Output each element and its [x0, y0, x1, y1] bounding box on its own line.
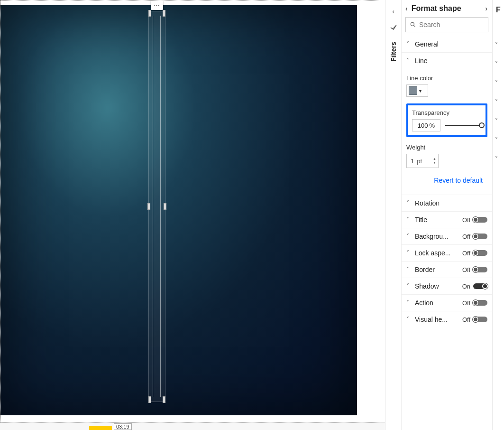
section-lock-aspect[interactable]: ˅Lock aspe... Off	[402, 244, 492, 261]
line-color-picker[interactable]: ▾	[406, 84, 428, 97]
chevron-down-icon[interactable]: ˅	[495, 99, 498, 105]
transparency-unit: %	[430, 122, 435, 129]
resize-handle[interactable]	[148, 396, 151, 403]
weight-input[interactable]: 1 pt ▲ ▼	[406, 154, 439, 168]
page-footer-strip: 03:19	[0, 422, 385, 430]
section-label: Action	[415, 299, 433, 307]
transparency-slider[interactable]	[445, 122, 482, 129]
section-label: Rotation	[415, 199, 440, 207]
panel-nav-prev-icon[interactable]: ‹	[403, 4, 410, 13]
toggle-state-text: Off	[462, 250, 470, 257]
bookmark-icon[interactable]	[390, 24, 397, 33]
dropdown-caret-icon: ▾	[419, 88, 422, 93]
title-toggle[interactable]: Off	[462, 216, 487, 224]
filters-panel-label[interactable]: Filters	[390, 42, 397, 62]
lock-aspect-toggle[interactable]: Off	[462, 250, 487, 257]
transparency-value-input[interactable]: 100 %	[412, 119, 440, 131]
resize-handle[interactable]	[148, 10, 151, 17]
cutoff-panel-title-partial: F	[493, 6, 501, 14]
canvas-dotted-bounds: ⋯	[0, 0, 380, 422]
toggle-state-text: Off	[462, 316, 470, 323]
resize-handle[interactable]	[164, 203, 166, 210]
chevron-down-icon[interactable]: ˅	[495, 118, 498, 124]
shape-line-segment	[153, 16, 153, 397]
section-general[interactable]: ˅General	[402, 36, 492, 52]
toggle-state-text: Off	[462, 233, 470, 240]
timeline-time-box[interactable]: 03:19	[114, 423, 132, 430]
revert-to-default-link[interactable]: Revert to default	[406, 168, 487, 190]
transparency-value: 100	[418, 122, 428, 129]
chevron-down-icon: ˅	[406, 216, 412, 223]
line-color-label: Line color	[406, 75, 487, 82]
selected-line-shape[interactable]: ⋯	[148, 11, 165, 402]
transparency-label: Transparency	[412, 109, 482, 116]
section-label: Backgrou...	[415, 233, 449, 240]
toggle-state-text: Off	[462, 266, 470, 273]
section-line-content: Line color ▾ Transparency 100 %	[402, 69, 492, 195]
toggle-state-text: Off	[462, 216, 470, 224]
section-label: Visual he...	[415, 316, 448, 323]
section-label: General	[415, 40, 439, 48]
border-toggle[interactable]: Off	[462, 266, 487, 273]
chevron-down-icon[interactable]: ˅	[495, 42, 498, 48]
section-label: Lock aspe...	[415, 249, 451, 257]
chevron-down-icon[interactable]: ˅	[495, 80, 498, 86]
stepper-up-icon[interactable]: ▲	[433, 157, 436, 161]
section-label: Title	[415, 216, 427, 224]
toggle-state-text: On	[462, 283, 470, 290]
weight-label: Weight	[406, 144, 487, 151]
chevron-down-icon: ˅	[406, 266, 412, 273]
chevron-down-icon: ˅	[406, 233, 412, 240]
chevron-down-icon: ˅	[406, 316, 412, 323]
color-swatch-preview	[409, 86, 417, 95]
format-search-input[interactable]	[405, 17, 488, 32]
format-shape-panel: ‹ Format shape › ˅General ˄Line Line col…	[402, 0, 493, 430]
chevron-down-icon[interactable]: ˅	[495, 137, 498, 143]
slider-track	[445, 125, 482, 126]
section-title[interactable]: ˅Title Off	[402, 211, 492, 228]
chevron-down-icon[interactable]: ˅	[495, 61, 498, 67]
chevron-down-icon: ˅	[406, 299, 412, 306]
chevron-down-icon: ˅	[406, 283, 412, 290]
filters-collapsed-panel[interactable]: ‹ Filters	[385, 0, 402, 430]
chevron-up-icon: ˄	[406, 57, 412, 64]
panel-nav-next-icon[interactable]: ›	[483, 4, 489, 13]
section-label: Line	[415, 57, 427, 65]
background-toggle[interactable]: Off	[462, 233, 487, 240]
svg-point-0	[411, 22, 414, 26]
right-cutoff-panel: F ˅ ˅ ˅ ˅ ˅ ˅ ˅	[493, 0, 504, 430]
weight-value: 1	[411, 158, 414, 165]
section-action[interactable]: ˅Action Off	[402, 294, 492, 311]
resize-handle[interactable]	[163, 396, 165, 403]
chevron-down-icon[interactable]: ˅	[495, 156, 498, 162]
panel-title: Format shape	[410, 4, 484, 13]
search-icon	[410, 21, 416, 28]
shadow-toggle[interactable]: On	[462, 283, 487, 290]
visual-header-toggle[interactable]: Off	[462, 316, 487, 323]
resize-handle[interactable]	[163, 10, 165, 17]
action-toggle[interactable]: Off	[462, 299, 487, 307]
timeline-marker[interactable]	[89, 426, 112, 430]
chevron-down-icon: ˅	[406, 250, 412, 256]
section-background[interactable]: ˅Backgrou... Off	[402, 228, 492, 244]
weight-stepper[interactable]: ▲ ▼	[433, 157, 436, 165]
section-label: Shadow	[415, 282, 439, 290]
resize-handle[interactable]	[147, 203, 150, 210]
visual-more-options-button[interactable]: ⋯	[151, 0, 163, 10]
section-rotation[interactable]: ˅Rotation	[402, 195, 492, 211]
selection-bounding-box	[148, 11, 165, 402]
section-line[interactable]: ˄Line	[402, 52, 492, 69]
shape-line-segment	[160, 16, 161, 397]
slider-thumb[interactable]	[479, 122, 485, 128]
format-search-field[interactable]	[419, 21, 484, 28]
stepper-down-icon[interactable]: ▼	[433, 161, 436, 165]
section-shadow[interactable]: ˅Shadow On	[402, 278, 492, 294]
chevron-down-icon: ˅	[406, 200, 412, 206]
weight-unit: pt	[417, 158, 422, 165]
section-border[interactable]: ˅Border Off	[402, 261, 492, 278]
filters-collapse-chevron-icon[interactable]: ‹	[392, 8, 394, 15]
report-canvas[interactable]: ⋯ 03:19	[0, 0, 385, 430]
page-background	[0, 5, 357, 415]
toggle-state-text: Off	[462, 299, 470, 307]
section-visual-header[interactable]: ˅Visual he... Off	[402, 311, 492, 327]
